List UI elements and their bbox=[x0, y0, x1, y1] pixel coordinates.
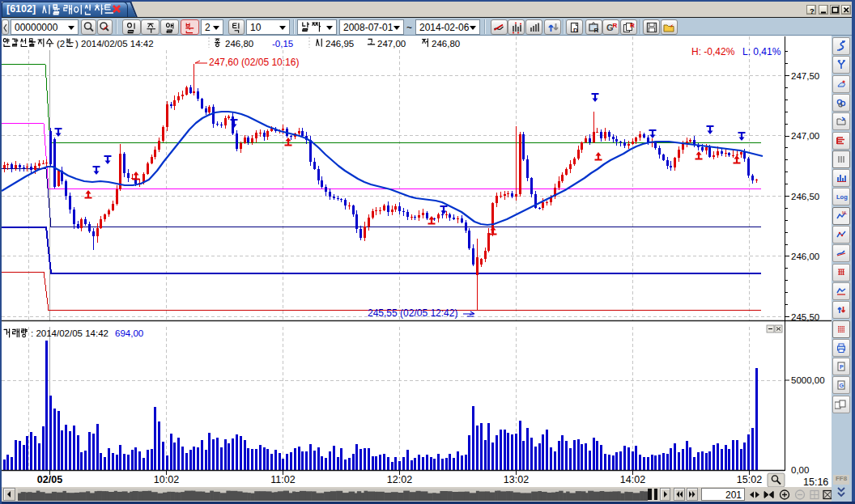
svg-text:(2: (2 bbox=[57, 39, 65, 49]
svg-text:246,80: 246,80 bbox=[432, 39, 460, 49]
svg-text:246,95: 246,95 bbox=[325, 39, 354, 49]
svg-text:02/05: 02/05 bbox=[37, 474, 62, 485]
svg-text:11:02: 11:02 bbox=[270, 474, 295, 485]
svg-text:246,50: 246,50 bbox=[791, 192, 819, 201]
svg-text:R: R bbox=[612, 22, 617, 29]
svg-text:247,60 (02/05 10:16): 247,60 (02/05 10:16) bbox=[209, 57, 299, 68]
svg-text:246,00: 246,00 bbox=[791, 252, 819, 261]
svg-text:246,80: 246,80 bbox=[225, 39, 253, 49]
svg-text:245,50: 245,50 bbox=[791, 312, 819, 322]
svg-text:P: P bbox=[840, 364, 844, 370]
svg-text:ML: ML bbox=[842, 211, 848, 215]
svg-text:247,00: 247,00 bbox=[791, 131, 819, 141]
svg-text:15:16: 15:16 bbox=[803, 476, 828, 487]
svg-text:D: D bbox=[573, 26, 578, 33]
svg-text:13:02: 13:02 bbox=[504, 474, 529, 485]
svg-text:Log: Log bbox=[836, 193, 848, 201]
svg-text:?: ? bbox=[810, 6, 815, 15]
svg-text:15:02: 15:02 bbox=[737, 474, 762, 485]
svg-text:G: G bbox=[840, 383, 844, 388]
svg-text:H: -0,42%: H: -0,42% bbox=[691, 46, 735, 57]
svg-text:R: R bbox=[594, 27, 599, 34]
svg-text:L: 0,41%: L: 0,41% bbox=[742, 46, 781, 57]
svg-text:R: R bbox=[630, 22, 635, 29]
svg-text:694,00: 694,00 bbox=[115, 328, 143, 338]
svg-text:10:02: 10:02 bbox=[154, 474, 179, 485]
svg-text:245,55 (02/05 12:42): 245,55 (02/05 12:42) bbox=[368, 307, 457, 319]
svg-text:5000,00: 5000,00 bbox=[791, 375, 825, 385]
svg-text:) 2014/02/05 14:42: ) 2014/02/05 14:42 bbox=[75, 39, 154, 49]
svg-text:247,50: 247,50 bbox=[791, 71, 819, 81]
svg-text:12:02: 12:02 bbox=[387, 474, 412, 485]
svg-text:-0,15: -0,15 bbox=[272, 39, 293, 49]
svg-text:0,00: 0,00 bbox=[791, 465, 809, 475]
svg-text:14:02: 14:02 bbox=[620, 474, 645, 485]
svg-text:: 2014/02/05 14:42: : 2014/02/05 14:42 bbox=[31, 328, 108, 338]
svg-text:247,00: 247,00 bbox=[377, 39, 406, 49]
